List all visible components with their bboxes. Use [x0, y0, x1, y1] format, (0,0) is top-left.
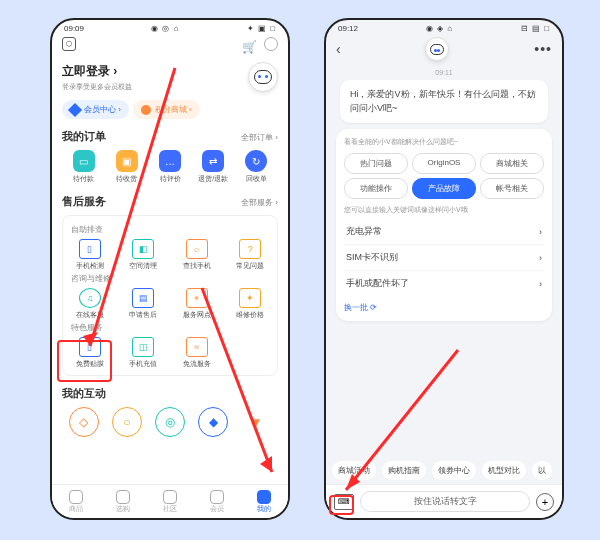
bchip-guide[interactable]: 购机指南: [382, 461, 426, 480]
inter-1[interactable]: ◇: [69, 407, 99, 437]
svc-clean[interactable]: ◧空间清理: [117, 239, 171, 271]
bot-face-icon: [254, 70, 272, 84]
svc-phone-check[interactable]: ▯手机检测: [63, 239, 117, 271]
location-icon: ⌖: [186, 288, 208, 308]
chip-account[interactable]: 帐号相关: [480, 178, 544, 199]
phone-left: 09:09 ◉ ◎ ⌂ ✦ ▣ □ ⬡ 🛒 立即登录 › 登录享受更多会员权益: [50, 18, 290, 520]
orders-title: 我的订单: [62, 129, 106, 144]
chip-fault[interactable]: 产品故障: [412, 178, 476, 199]
diamond-icon: [68, 102, 82, 116]
diamond-tab-icon: [210, 490, 224, 504]
svc-topup[interactable]: ◫手机充值: [117, 337, 171, 369]
person-icon: [257, 490, 271, 504]
order-review[interactable]: …待评价: [148, 150, 191, 184]
bchip-coupon[interactable]: 领券中心: [432, 461, 476, 480]
chat-icon: …: [159, 150, 181, 172]
more-menu[interactable]: •••: [534, 41, 552, 57]
service-title: 售后服务: [62, 194, 106, 209]
chip-function[interactable]: 功能操作: [344, 178, 408, 199]
user-avatar[interactable]: [248, 62, 278, 92]
svc-online-support[interactable]: ♫在线客服: [63, 288, 117, 320]
clean-icon: ◧: [132, 239, 154, 259]
svc-faq[interactable]: ?常见问题: [224, 239, 278, 271]
inter-2[interactable]: ○: [112, 407, 142, 437]
refresh-batch[interactable]: 换一批 ⟳: [344, 302, 377, 313]
status-icons-right: ✦ ▣ □: [247, 24, 276, 33]
order-recycle[interactable]: ↻回收单: [235, 150, 278, 184]
tab-home[interactable]: 商品: [69, 490, 83, 514]
wallet-icon: ▭: [73, 150, 95, 172]
keyboard-icon: ⌨: [338, 497, 350, 506]
hold-to-speak[interactable]: 按住说话转文字: [360, 491, 530, 512]
return-icon: ⇄: [202, 150, 224, 172]
tab-member[interactable]: 会员: [210, 490, 224, 514]
status-time-r: 09:12: [338, 24, 358, 33]
phone-right: 09:12 ◉ ◈ ⌂ ⊟ ▤ □ ‹ ••• 09:11 Hi，亲爱的V粉，新…: [324, 18, 564, 520]
bchip-tradein[interactable]: 以: [532, 461, 552, 480]
chip-hot[interactable]: 热门问题: [344, 153, 408, 174]
inter-4[interactable]: ◆: [198, 407, 228, 437]
chip-mall[interactable]: 商城相关: [480, 153, 544, 174]
cart-icon[interactable]: 🛒: [242, 40, 257, 54]
heart-icon: [69, 490, 83, 504]
service-more[interactable]: 全部服务 ›: [241, 197, 278, 208]
grp3-title: 特色服务: [71, 322, 277, 333]
bottom-chip-scroller[interactable]: 商城活动 购机指南 领券中心 机型对比 以: [326, 457, 562, 484]
plus-icon: +: [542, 496, 548, 508]
tab-shop[interactable]: 选购: [116, 490, 130, 514]
bot-face-icon: [430, 44, 444, 55]
order-return[interactable]: ⇄退货/退款: [192, 150, 235, 184]
tab-community[interactable]: 社区: [163, 490, 177, 514]
find-icon: ⌕: [186, 239, 208, 259]
bchip-compare[interactable]: 机型对比: [482, 461, 526, 480]
svc-find[interactable]: ⌕查找手机: [170, 239, 224, 271]
app-badge-icon[interactable]: ⬡: [62, 37, 76, 51]
message-icon[interactable]: [264, 37, 278, 51]
chat-avatar: [425, 37, 449, 61]
list-item-broken[interactable]: 手机或配件坏了›: [344, 271, 544, 296]
back-button[interactable]: ‹: [336, 41, 341, 57]
chevron-right-icon: ›: [539, 227, 542, 237]
timestamp: 09:11: [326, 69, 562, 76]
svc-outlets[interactable]: ⌖服务网点: [170, 288, 224, 320]
svc-freedata[interactable]: ≈免流服务: [170, 337, 224, 369]
wrench-icon: ✦: [239, 288, 261, 308]
inter-5[interactable]: ▼: [241, 407, 271, 437]
topup-icon: ◫: [132, 337, 154, 357]
list-item-sim[interactable]: SIM卡不识别›: [344, 245, 544, 271]
list-item-charge[interactable]: 充电异常›: [344, 219, 544, 245]
login-title[interactable]: 立即登录 ›: [62, 63, 132, 80]
statusbar-r: 09:12 ◉ ◈ ⌂ ⊟ ▤ □: [326, 20, 562, 33]
svc-price[interactable]: ✦维修价格: [224, 288, 278, 320]
orders-more[interactable]: 全部订单 ›: [241, 132, 278, 143]
community-icon: [163, 490, 177, 504]
faq-icon: ?: [239, 239, 261, 259]
interact-title: 我的互动: [62, 386, 106, 401]
phone-check-icon: ▯: [79, 239, 101, 259]
quick-card: 看看全能的小V都能解决什么问题吧~ 热门问题 OriginOS 商城相关 功能操…: [336, 129, 552, 321]
doc-icon: ▤: [132, 288, 154, 308]
keyboard-button[interactable]: ⌨: [334, 494, 354, 510]
tab-mine[interactable]: 我的: [257, 490, 271, 514]
chevron-right-icon: ›: [539, 253, 542, 263]
points-mall-pill[interactable]: 积分商城 ›: [133, 100, 200, 119]
inter-3[interactable]: ◎: [155, 407, 185, 437]
member-center-pill[interactable]: 会员中心 ›: [62, 100, 129, 119]
bottom-tabs: 商品 选购 社区 会员 我的: [52, 484, 288, 518]
service-card: 自助排查 ▯手机检测 ◧空间清理 ⌕查找手机 ?常见问题 咨询与维修 ♫在线客服…: [62, 215, 278, 376]
svc-apply[interactable]: ▤申请售后: [117, 288, 171, 320]
order-pay[interactable]: ▭待付款: [62, 150, 105, 184]
order-receive[interactable]: ▣待收货: [105, 150, 148, 184]
film-icon: ▯: [79, 337, 101, 357]
status-icons-l-r: ◉ ◈ ⌂: [426, 24, 453, 33]
status-time: 09:09: [64, 24, 84, 33]
orders-row: ▭待付款 ▣待收货 …待评价 ⇄退货/退款 ↻回收单: [62, 150, 278, 184]
bchip-activity[interactable]: 商城活动: [332, 461, 376, 480]
box-icon: ▣: [116, 150, 138, 172]
status-icons-left: ◉ ◎ ⌂: [151, 24, 179, 33]
freedata-icon: ≈: [186, 337, 208, 357]
svc-film[interactable]: ▯免费贴膜: [63, 337, 117, 369]
chevron-right-icon: ›: [539, 279, 542, 289]
chip-originos[interactable]: OriginOS: [412, 153, 476, 174]
plus-button[interactable]: +: [536, 493, 554, 511]
